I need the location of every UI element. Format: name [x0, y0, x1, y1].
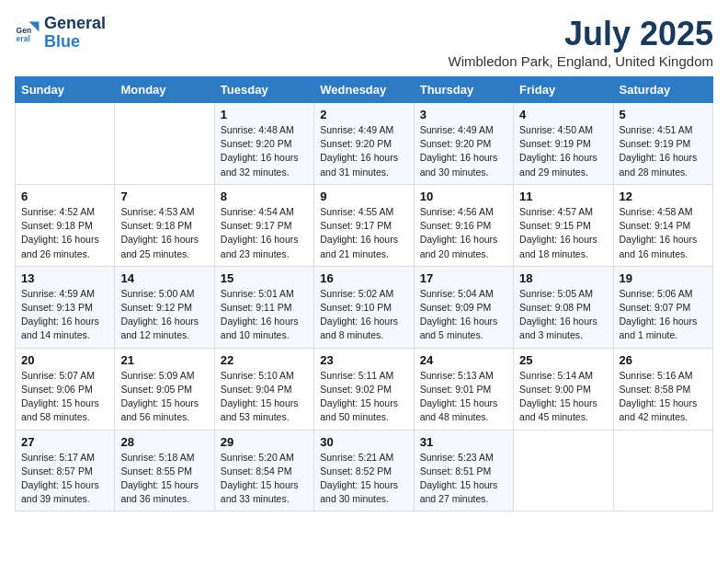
- location: Wimbledon Park, England, United Kingdom: [449, 53, 714, 69]
- weekday-header-wednesday: Wednesday: [314, 77, 414, 103]
- day-info: Sunrise: 5:23 AMSunset: 8:51 PMDaylight:…: [420, 451, 507, 507]
- calendar-cell: 25Sunrise: 5:14 AMSunset: 9:00 PMDayligh…: [514, 348, 613, 430]
- day-info: Sunrise: 5:20 AMSunset: 8:54 PMDaylight:…: [221, 451, 308, 507]
- day-info: Sunrise: 4:49 AMSunset: 9:20 PMDaylight:…: [320, 123, 407, 179]
- calendar-cell: 11Sunrise: 4:57 AMSunset: 9:15 PMDayligh…: [514, 184, 613, 266]
- calendar-week-row: 1Sunrise: 4:48 AMSunset: 9:20 PMDaylight…: [16, 103, 713, 185]
- svg-text:eral: eral: [17, 34, 30, 43]
- calendar-week-row: 13Sunrise: 4:59 AMSunset: 9:13 PMDayligh…: [16, 266, 713, 348]
- day-number: 12: [620, 190, 707, 203]
- calendar-cell: 9Sunrise: 4:55 AMSunset: 9:17 PMDaylight…: [314, 184, 414, 266]
- calendar-week-row: 6Sunrise: 4:52 AMSunset: 9:18 PMDaylight…: [16, 184, 713, 266]
- day-info: Sunrise: 4:51 AMSunset: 9:19 PMDaylight:…: [620, 123, 707, 179]
- day-number: 6: [21, 190, 108, 203]
- day-info: Sunrise: 4:56 AMSunset: 9:16 PMDaylight:…: [420, 205, 507, 261]
- calendar-cell: 31Sunrise: 5:23 AMSunset: 8:51 PMDayligh…: [414, 430, 513, 511]
- day-number: 20: [21, 353, 108, 367]
- calendar-cell: 21Sunrise: 5:09 AMSunset: 9:05 PMDayligh…: [115, 348, 214, 430]
- day-info: Sunrise: 5:02 AMSunset: 9:10 PMDaylight:…: [320, 287, 407, 343]
- day-number: 8: [221, 190, 308, 203]
- calendar-week-row: 20Sunrise: 5:07 AMSunset: 9:06 PMDayligh…: [16, 348, 713, 430]
- day-info: Sunrise: 5:21 AMSunset: 8:52 PMDaylight:…: [320, 451, 407, 507]
- calendar-cell: [613, 430, 712, 511]
- day-info: Sunrise: 4:55 AMSunset: 9:17 PMDaylight:…: [320, 205, 407, 261]
- day-number: 1: [221, 108, 308, 121]
- calendar-cell: 12Sunrise: 4:58 AMSunset: 9:14 PMDayligh…: [613, 184, 712, 266]
- day-number: 15: [221, 271, 308, 285]
- calendar-cell: 15Sunrise: 5:01 AMSunset: 9:11 PMDayligh…: [214, 266, 313, 348]
- day-number: 26: [620, 353, 707, 367]
- day-info: Sunrise: 5:17 AMSunset: 8:57 PMDaylight:…: [21, 451, 108, 507]
- calendar-table: SundayMondayTuesdayWednesdayThursdayFrid…: [15, 76, 713, 511]
- day-info: Sunrise: 5:07 AMSunset: 9:06 PMDaylight:…: [21, 369, 108, 425]
- day-number: 11: [519, 190, 607, 203]
- day-info: Sunrise: 5:00 AMSunset: 9:12 PMDaylight:…: [120, 287, 208, 343]
- calendar-cell: 16Sunrise: 5:02 AMSunset: 9:10 PMDayligh…: [314, 266, 414, 348]
- page-header: Gen eral General Blue July 2025 Wimbledo…: [15, 15, 713, 69]
- weekday-header-friday: Friday: [514, 77, 613, 103]
- day-number: 13: [21, 271, 108, 285]
- calendar-cell: 22Sunrise: 5:10 AMSunset: 9:04 PMDayligh…: [214, 348, 313, 430]
- calendar-cell: 4Sunrise: 4:50 AMSunset: 9:19 PMDaylight…: [514, 103, 613, 185]
- day-number: 9: [320, 190, 407, 203]
- day-info: Sunrise: 4:54 AMSunset: 9:17 PMDaylight:…: [221, 205, 308, 261]
- day-number: 31: [420, 435, 507, 449]
- day-info: Sunrise: 4:53 AMSunset: 9:18 PMDaylight:…: [120, 205, 208, 261]
- weekday-header-tuesday: Tuesday: [214, 77, 313, 103]
- calendar-cell: 2Sunrise: 4:49 AMSunset: 9:20 PMDaylight…: [314, 103, 414, 185]
- day-number: 29: [221, 435, 308, 449]
- day-number: 24: [420, 353, 507, 367]
- day-number: 23: [320, 353, 407, 367]
- calendar-cell: 29Sunrise: 5:20 AMSunset: 8:54 PMDayligh…: [214, 430, 313, 511]
- day-info: Sunrise: 5:04 AMSunset: 9:09 PMDaylight:…: [420, 287, 507, 343]
- calendar-cell: [514, 430, 613, 511]
- day-info: Sunrise: 5:01 AMSunset: 9:11 PMDaylight:…: [221, 287, 308, 343]
- day-info: Sunrise: 4:57 AMSunset: 9:15 PMDaylight:…: [519, 205, 607, 261]
- month-title: July 2025: [449, 15, 714, 53]
- day-info: Sunrise: 5:13 AMSunset: 9:01 PMDaylight:…: [420, 369, 507, 425]
- day-number: 25: [519, 353, 607, 367]
- calendar-cell: 26Sunrise: 5:16 AMSunset: 8:58 PMDayligh…: [613, 348, 712, 430]
- calendar-week-row: 27Sunrise: 5:17 AMSunset: 8:57 PMDayligh…: [16, 430, 713, 511]
- day-number: 7: [120, 190, 208, 203]
- title-block: July 2025 Wimbledon Park, England, Unite…: [449, 15, 714, 69]
- day-number: 5: [620, 108, 707, 121]
- day-info: Sunrise: 4:49 AMSunset: 9:20 PMDaylight:…: [420, 123, 507, 179]
- day-number: 28: [120, 435, 208, 449]
- calendar-cell: 24Sunrise: 5:13 AMSunset: 9:01 PMDayligh…: [414, 348, 513, 430]
- day-info: Sunrise: 5:06 AMSunset: 9:07 PMDaylight:…: [620, 287, 707, 343]
- weekday-header-saturday: Saturday: [613, 77, 712, 103]
- day-info: Sunrise: 4:48 AMSunset: 9:20 PMDaylight:…: [221, 123, 308, 179]
- calendar-cell: 20Sunrise: 5:07 AMSunset: 9:06 PMDayligh…: [16, 348, 115, 430]
- calendar-cell: 17Sunrise: 5:04 AMSunset: 9:09 PMDayligh…: [414, 266, 513, 348]
- day-info: Sunrise: 4:52 AMSunset: 9:18 PMDaylight:…: [21, 205, 108, 261]
- day-info: Sunrise: 5:16 AMSunset: 8:58 PMDaylight:…: [620, 369, 707, 425]
- calendar-cell: 3Sunrise: 4:49 AMSunset: 9:20 PMDaylight…: [414, 103, 513, 185]
- logo: Gen eral General Blue: [15, 15, 106, 52]
- logo-icon: Gen eral: [15, 20, 40, 46]
- calendar-cell: 1Sunrise: 4:48 AMSunset: 9:20 PMDaylight…: [214, 103, 313, 185]
- calendar-cell: 8Sunrise: 4:54 AMSunset: 9:17 PMDaylight…: [214, 184, 313, 266]
- day-number: 27: [21, 435, 108, 449]
- day-info: Sunrise: 5:11 AMSunset: 9:02 PMDaylight:…: [320, 369, 407, 425]
- logo-text: General Blue: [44, 15, 106, 52]
- day-number: 22: [221, 353, 308, 367]
- day-info: Sunrise: 4:58 AMSunset: 9:14 PMDaylight:…: [620, 205, 707, 261]
- day-number: 30: [320, 435, 407, 449]
- weekday-header-thursday: Thursday: [414, 77, 513, 103]
- day-info: Sunrise: 5:09 AMSunset: 9:05 PMDaylight:…: [120, 369, 208, 425]
- day-number: 2: [320, 108, 407, 121]
- day-number: 18: [519, 271, 607, 285]
- day-info: Sunrise: 5:10 AMSunset: 9:04 PMDaylight:…: [221, 369, 308, 425]
- calendar-cell: 7Sunrise: 4:53 AMSunset: 9:18 PMDaylight…: [115, 184, 214, 266]
- calendar-cell: 28Sunrise: 5:18 AMSunset: 8:55 PMDayligh…: [115, 430, 214, 511]
- weekday-header-monday: Monday: [115, 77, 214, 103]
- day-number: 14: [120, 271, 208, 285]
- day-info: Sunrise: 5:05 AMSunset: 9:08 PMDaylight:…: [519, 287, 607, 343]
- calendar-cell: [16, 103, 115, 185]
- calendar-cell: [115, 103, 214, 185]
- calendar-cell: 19Sunrise: 5:06 AMSunset: 9:07 PMDayligh…: [613, 266, 712, 348]
- day-number: 10: [420, 190, 507, 203]
- svg-text:Gen: Gen: [17, 26, 32, 35]
- calendar-cell: 13Sunrise: 4:59 AMSunset: 9:13 PMDayligh…: [16, 266, 115, 348]
